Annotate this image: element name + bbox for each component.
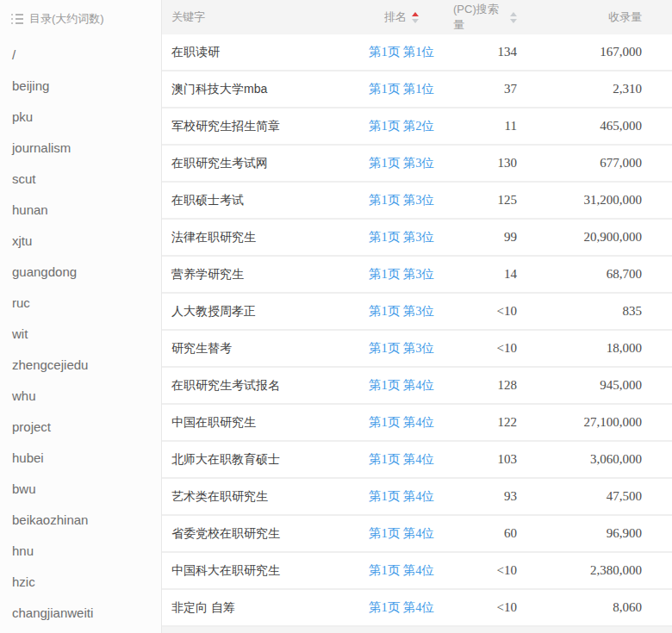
sidebar-item-directory[interactable]: beijing — [0, 71, 161, 102]
keyword-cell: 在职读研 — [171, 45, 220, 59]
column-header-index-volume: 收录量 — [532, 9, 672, 25]
table-row: 北师大在职教育硕士 第1页 第4位 103 3,060,000 — [162, 442, 672, 479]
sidebar-item-directory[interactable]: ruc — [0, 288, 161, 319]
sort-desc-arrow-icon[interactable] — [510, 19, 517, 23]
keyword-cell: 法律在职研究生 — [171, 230, 256, 244]
pc-search-volume-cell: <10 — [497, 563, 517, 578]
keyword-cell: 艺术类在职研究生 — [171, 489, 268, 503]
keyword-cell: 军校研究生招生简章 — [171, 119, 280, 133]
sort-desc-arrow-icon[interactable] — [412, 19, 419, 23]
index-volume-cell: 167,000 — [600, 45, 642, 59]
index-volume-cell: 20,900,000 — [584, 230, 643, 245]
index-volume-cell: 677,000 — [600, 156, 642, 171]
table-row: 法律在职研究生 第1页 第3位 99 20,900,000 — [162, 220, 672, 257]
rank-link[interactable]: 第1页 第3位 — [369, 155, 434, 171]
index-volume-cell: 2,310 — [613, 82, 642, 96]
pc-search-volume-cell: 128 — [498, 378, 518, 393]
keyword-cell: 中国科大在职研究生 — [171, 563, 280, 577]
keyword-cell: 研究生替考 — [171, 341, 232, 355]
pc-search-volume-cell: <10 — [497, 341, 517, 356]
index-volume-cell: 945,000 — [600, 378, 642, 393]
rank-link[interactable]: 第1页 第4位 — [369, 562, 434, 579]
pc-search-volume-cell: 122 — [498, 415, 518, 430]
pc-search-volume-cell: 134 — [498, 45, 518, 59]
table-row: 在职硕士考试 第1页 第3位 125 31,200,000 — [162, 183, 672, 220]
pc-search-volume-cell: <10 — [497, 600, 517, 615]
sidebar-item-directory[interactable]: pku — [0, 102, 161, 133]
rank-link[interactable]: 第1页 第3位 — [369, 303, 434, 320]
pc-search-volume-cell: 14 — [504, 267, 517, 282]
rank-link[interactable]: 第1页 第1位 — [369, 44, 434, 60]
column-header-keyword: 关键字 — [162, 9, 350, 25]
column-header-pc-search-volume[interactable]: (PC)搜索量 — [453, 2, 532, 33]
table-row: 在职读研 第1页 第1位 134 167,000 — [162, 34, 672, 71]
index-volume-cell: 2,380,000 — [590, 563, 642, 578]
keyword-cell: 北师大在职教育硕士 — [171, 452, 280, 466]
keyword-cell: 中国在职研究生 — [171, 415, 256, 429]
table-body: 在职读研 第1页 第1位 134 167,000 澳门科技大学mba 第1页 第… — [162, 34, 672, 627]
rank-link[interactable]: 第1页 第4位 — [369, 525, 434, 542]
rank-link[interactable]: 第1页 第3位 — [369, 266, 434, 282]
keyword-cell: 非定向 自筹 — [171, 600, 235, 614]
pc-search-volume-cell: 37 — [504, 82, 517, 96]
sidebar-item-directory[interactable]: whu — [0, 381, 161, 412]
index-volume-cell: 8,060 — [613, 600, 642, 615]
rank-link[interactable]: 第1页 第1位 — [369, 81, 434, 97]
sidebar-item-directory[interactable]: changjianweiti — [0, 598, 161, 629]
index-volume-cell: 96,900 — [607, 526, 642, 541]
table-row: 艺术类在职研究生 第1页 第4位 93 47,500 — [162, 479, 672, 516]
sidebar-item-directory[interactable]: project — [0, 412, 161, 443]
sidebar-item-directory[interactable]: beikaozhinan — [0, 505, 161, 536]
sidebar-item-directory[interactable]: hnu — [0, 536, 161, 567]
keyword-cell: 人大教授周孝正 — [171, 304, 256, 318]
rank-link[interactable]: 第1页 第3位 — [369, 192, 434, 208]
rank-link[interactable]: 第1页 第2位 — [369, 118, 434, 134]
sort-asc-arrow-icon[interactable] — [510, 12, 517, 16]
rank-link[interactable]: 第1页 第3位 — [369, 229, 434, 245]
sidebar-item-directory[interactable]: / — [0, 40, 161, 71]
table-row: 在职研究生考试网 第1页 第3位 130 677,000 — [162, 146, 672, 183]
rank-link[interactable]: 第1页 第4位 — [369, 599, 434, 616]
sidebar-item-directory[interactable]: zhengcejiedu — [0, 350, 161, 381]
pc-search-volume-cell: 60 — [504, 526, 517, 541]
rank-link[interactable]: 第1页 第4位 — [369, 488, 434, 505]
pc-search-volume-cell: 11 — [505, 119, 517, 133]
pc-search-volume-cell: <10 — [497, 304, 517, 319]
sidebar-header-label: 目录(大约词数) — [29, 11, 104, 27]
sidebar-item-directory[interactable]: scut — [0, 164, 161, 195]
sidebar-item-directory[interactable]: guangdong — [0, 257, 161, 288]
column-header-rank[interactable]: 排名 — [350, 9, 453, 25]
keyword-cell: 在职研究生考试报名 — [171, 378, 280, 392]
sidebar-item-directory[interactable]: xjtu — [0, 226, 161, 257]
pc-search-volume-cell: 130 — [498, 156, 518, 171]
rank-sort-arrows-icon[interactable] — [412, 12, 419, 23]
rank-link[interactable]: 第1页 第4位 — [369, 414, 434, 431]
table-row: 中国科大在职研究生 第1页 第4位 <10 2,380,000 — [162, 553, 672, 590]
rank-link[interactable]: 第1页 第4位 — [369, 451, 434, 468]
keyword-cell: 在职研究生考试网 — [171, 156, 268, 170]
rank-link[interactable]: 第1页 第4位 — [369, 377, 434, 394]
index-volume-cell: 68,700 — [607, 267, 642, 282]
table-row: 澳门科技大学mba 第1页 第1位 37 2,310 — [162, 71, 672, 109]
table-row: 在职研究生考试报名 第1页 第4位 128 945,000 — [162, 368, 672, 405]
sidebar-item-directory[interactable]: hzic — [0, 567, 161, 598]
directory-sidebar: 目录(大约词数) /beijingpkujournalismscuthunanx… — [0, 0, 162, 633]
sidebar-item-directory[interactable]: hubei — [0, 443, 161, 474]
keyword-cell: 营养学研究生 — [171, 267, 244, 281]
index-volume-cell: 3,060,000 — [590, 452, 642, 467]
sidebar-item-directory[interactable]: wit — [0, 319, 161, 350]
sidebar-item-directory[interactable]: journalism — [0, 133, 161, 164]
app-window: 目录(大约词数) /beijingpkujournalismscuthunanx… — [0, 0, 672, 633]
sidebar-item-directory[interactable]: bwu — [0, 474, 161, 505]
index-volume-cell: 47,500 — [607, 489, 642, 504]
rank-link[interactable]: 第1页 第3位 — [369, 340, 434, 357]
sidebar-item-directory[interactable]: hunan — [0, 195, 161, 226]
index-volume-cell: 27,100,000 — [584, 415, 643, 430]
sort-asc-arrow-icon[interactable] — [412, 12, 419, 16]
sidebar-list: /beijingpkujournalismscuthunanxjtuguangd… — [0, 34, 161, 629]
keyword-table: 关键字 排名 (PC)搜索量 收录量 — [162, 0, 672, 633]
table-row: 非定向 自筹 第1页 第4位 <10 8,060 — [162, 590, 672, 627]
sidebar-header: 目录(大约词数) — [0, 0, 161, 34]
keyword-cell: 省委党校在职研究生 — [171, 526, 280, 540]
search-sort-arrows-icon[interactable] — [510, 12, 517, 23]
